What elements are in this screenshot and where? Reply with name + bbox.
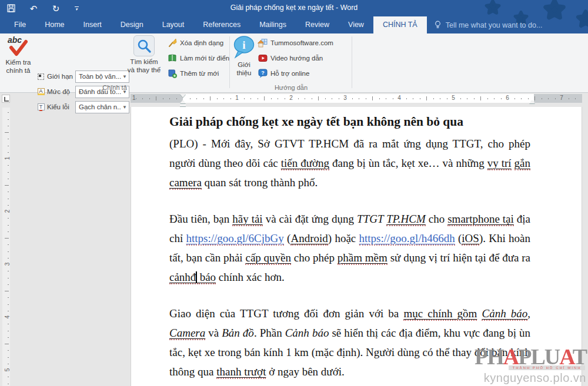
left-tab-icon [4, 97, 9, 102]
ruler-tick [244, 98, 245, 99]
tab-file[interactable]: File [5, 16, 35, 33]
video-guide-link[interactable]: Video hướng dẫn [258, 53, 333, 63]
ruler-tick [474, 98, 475, 99]
tab-design[interactable]: Design [111, 16, 153, 33]
ruler-tick [372, 96, 373, 100]
text-run: ) hoặc [328, 232, 359, 244]
ruler-tick [366, 98, 366, 99]
refresh-dictionary-button[interactable]: Làm mới từ điển [167, 53, 229, 63]
ruler-tick [386, 98, 386, 99]
ruler-tick [8, 324, 9, 324]
about-button[interactable]: i Giới thiệu [232, 35, 256, 77]
text-run: quan sát trong thành phố. [202, 176, 318, 189]
hyperlink[interactable]: https://goo.gl/h466dh [359, 232, 455, 246]
ruler-number: 3 [343, 95, 347, 101]
ruler-tick [8, 179, 9, 179]
ruler-tick [223, 98, 224, 99]
tab-review[interactable]: Review [296, 16, 339, 33]
ruler-tick [8, 199, 9, 199]
ruler-tick [8, 192, 9, 192]
check-spelling-button[interactable]: abc Kiểm tra chính tả [2, 35, 34, 75]
ruler-tick [8, 278, 9, 278]
ruler-tick [534, 96, 535, 100]
ruler-tick [8, 350, 9, 351]
save-icon[interactable] [6, 3, 16, 14]
search-icon [133, 35, 155, 56]
document-body: (PLO) - Mới đây, Sở GTVT TP.HCM đã ra mắ… [169, 134, 530, 381]
ruler-tick [352, 98, 353, 99]
text-run: TTGT [357, 213, 386, 225]
spellcheck-abc-icon: abc [6, 35, 30, 58]
ruler-tick [521, 98, 522, 99]
ruler-tick [8, 377, 9, 377]
ruler-tick [176, 98, 177, 99]
group-separator [229, 36, 230, 88]
ruler-number: 2 [5, 210, 11, 213]
tab-insert[interactable]: Insert [74, 16, 111, 33]
info-bubble-icon: i [232, 35, 256, 60]
left-indent-marker[interactable] [180, 104, 186, 106]
tab-mailings[interactable]: Mailings [250, 16, 296, 33]
ruler-tick [420, 98, 420, 99]
text-run: Đầu tiên, bạn [169, 213, 232, 225]
hanging-indent-marker[interactable] [180, 100, 186, 103]
ruler-number: 1 [235, 95, 239, 101]
text-run: , [527, 307, 530, 320]
text-run: phầm mềm [338, 251, 387, 265]
ruler-tick [8, 251, 9, 252]
ruler-tick [379, 98, 380, 99]
add-word-button[interactable]: Thêm từ mới [167, 68, 229, 79]
tab-stop-selector[interactable] [2, 95, 10, 103]
tab-layout[interactable]: Layout [153, 16, 194, 33]
first-line-indent-marker[interactable] [180, 94, 186, 98]
text-run: ( [455, 232, 462, 244]
website-link[interactable]: Tummosoftware.com [258, 38, 333, 48]
customize-qat-icon[interactable]: ▾ [73, 3, 80, 14]
youtube-icon [258, 53, 268, 63]
text-run: vy trí [487, 157, 512, 170]
ruler-tick [8, 311, 9, 311]
tab-references[interactable]: References [193, 16, 250, 33]
ruler-tick [285, 98, 285, 99]
tab-chinh-ta[interactable]: CHÍNH TẢ [373, 16, 427, 33]
tell-me-box[interactable]: Tell me what you want to do... [427, 16, 550, 33]
online-support-link[interactable]: ? Hỗ trợ online [258, 68, 333, 79]
ruler-tick [447, 98, 447, 99]
ruler-tick [190, 98, 191, 99]
ruler-tick [136, 98, 136, 99]
ruler-tick [528, 98, 529, 99]
book-plus-icon [167, 69, 177, 78]
text-run [512, 157, 514, 169]
scope-dropdown[interactable]: Toàn bộ văn...▼ [75, 71, 129, 83]
error-style-dropdown[interactable]: Gạch chân n...▼ [75, 101, 129, 113]
tab-home[interactable]: Home [35, 16, 74, 33]
horizontal-ruler[interactable]: 1 1234567 [131, 94, 582, 103]
redo-icon[interactable]: ↻ [51, 3, 61, 14]
ruler-tick [142, 98, 143, 99]
undo-icon[interactable]: ↶ [28, 3, 39, 14]
paragraph: Giao diện của TTGT tương đối đơn giản vớ… [169, 304, 530, 381]
ruler-tick [156, 96, 156, 100]
ruler-tick [5, 132, 9, 133]
vertical-ruler[interactable]: 12345 [2, 108, 10, 386]
clear-formatting-button[interactable]: Xóa định dạng [167, 38, 229, 48]
ruler-tick [8, 284, 9, 285]
tab-view[interactable]: View [339, 16, 373, 33]
svg-text:i: i [242, 39, 245, 51]
scope-row: Giới hạn Toàn bộ văn...▼ [36, 70, 129, 83]
lightbulb-icon [434, 21, 442, 29]
help-links: Tummosoftware.com Video hướng dẫn ? [258, 38, 333, 79]
ruler-tick [569, 98, 569, 99]
ruler-tick [312, 98, 312, 99]
ruler-tick [339, 98, 339, 99]
ruler-tick [217, 98, 218, 99]
document-page[interactable]: Giải pháp chống kẹt xe ngày tết bạn khôn… [131, 107, 582, 386]
ruler-tick [8, 297, 9, 298]
text-run: ở ngay bên dưới. [266, 365, 344, 378]
ruler-tick [258, 98, 258, 99]
word-window: ↶ ↻ ▾ Giải pháp chống kẹt xe ngày tết - … [0, 0, 588, 386]
ruler-number: 1 [5, 157, 11, 160]
find-replace-button[interactable]: Tìm kiếm và thay thế [125, 35, 163, 74]
hyperlink[interactable]: https://goo.gl/6CjbGy [186, 232, 284, 246]
ruler-tick [542, 98, 542, 99]
